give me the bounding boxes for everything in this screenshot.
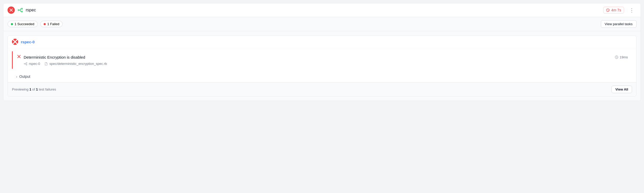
x-icon xyxy=(17,54,21,59)
clock-icon xyxy=(606,8,610,12)
view-parallel-button[interactable]: View parallel tasks xyxy=(601,20,636,28)
failed-dot xyxy=(44,23,46,25)
timer-badge: 4m 7s xyxy=(603,7,624,13)
total-count: 1 xyxy=(36,87,38,91)
header-right: 4m 7s ⋮ xyxy=(603,6,636,14)
close-icon xyxy=(9,8,13,12)
node-meta: rspec-0 xyxy=(24,62,40,66)
timer-value: 4m 7s xyxy=(611,8,621,12)
header: rspec 4m 7s ⋮ xyxy=(3,3,641,17)
succeeded-badge: 1 Succeeded xyxy=(8,21,38,27)
main-card: rspec 4m 7s ⋮ 1 Succeeded 1 Failed View … xyxy=(3,3,641,101)
header-title: rspec xyxy=(26,8,601,12)
svg-point-7 xyxy=(26,64,27,65)
separator: of xyxy=(31,87,36,91)
succeeded-label: 1 Succeeded xyxy=(15,22,34,26)
failure-row: Deterministic Encryption is disabled 19m… xyxy=(17,54,628,60)
file-meta: spec/deterministic_encryption_spec.rb xyxy=(44,62,107,66)
file-path: spec/deterministic_encryption_spec.rb xyxy=(49,62,107,66)
task-close-button[interactable] xyxy=(12,39,18,45)
svg-point-6 xyxy=(26,62,27,63)
file-icon xyxy=(44,62,48,66)
failure-duration: 19ms xyxy=(620,55,628,59)
more-options-button[interactable]: ⋮ xyxy=(627,6,636,14)
failed-badge: 1 Failed xyxy=(40,21,63,27)
succeeded-dot xyxy=(11,23,13,25)
svg-point-1 xyxy=(21,8,23,9)
preview-prefix: Previewing xyxy=(12,87,29,91)
timer-icon xyxy=(615,56,618,59)
failure-item: Deterministic Encryption is disabled 19m… xyxy=(12,51,632,69)
failure-time: 19ms xyxy=(615,55,628,59)
output-label: Output xyxy=(19,74,30,79)
task-title: rspec-0 xyxy=(21,40,35,44)
close-button[interactable] xyxy=(8,6,15,14)
node-name: rspec-0 xyxy=(29,62,40,66)
output-row[interactable]: › Output xyxy=(12,72,632,81)
svg-point-2 xyxy=(21,11,23,12)
preview-text: Previewing 1 of 1 test failures xyxy=(12,87,56,91)
node-icon xyxy=(24,62,27,66)
footer: Previewing 1 of 1 test failures View All xyxy=(8,82,636,96)
failure-x-icon xyxy=(17,54,21,60)
content: rspec-0 Deterministic Encryption is disa… xyxy=(3,31,641,101)
view-all-button[interactable]: View All xyxy=(612,86,632,93)
task-header: rspec-0 xyxy=(8,36,636,48)
pipeline-icon xyxy=(17,7,23,13)
task-card: rspec-0 Deterministic Encryption is disa… xyxy=(8,35,636,96)
failed-label: 1 Failed xyxy=(47,22,59,26)
chevron-right-icon: › xyxy=(16,75,17,79)
failure-meta: rspec-0 spec/deterministic_encryption_sp… xyxy=(24,62,628,66)
preview-suffix: test failures xyxy=(38,87,56,91)
failure-title: Deterministic Encryption is disabled xyxy=(24,55,612,59)
task-close-icon xyxy=(12,39,18,45)
status-bar: 1 Succeeded 1 Failed View parallel tasks xyxy=(3,17,641,31)
